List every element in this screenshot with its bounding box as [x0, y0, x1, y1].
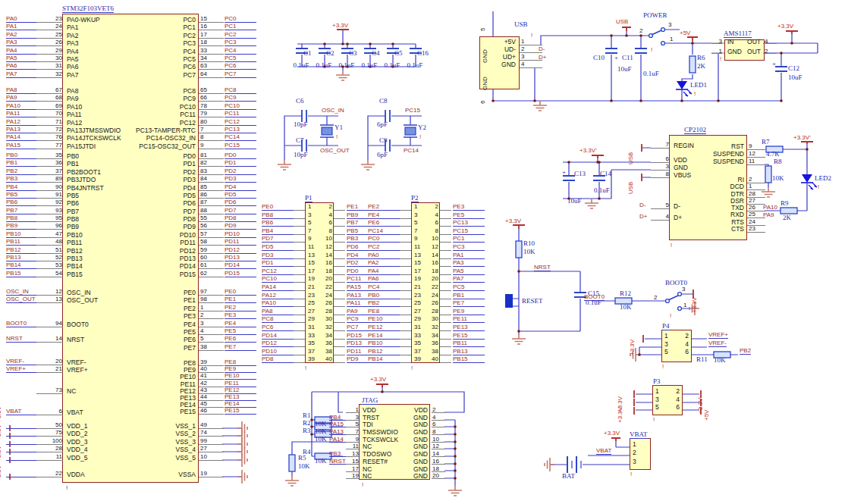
value-label: 2K [783, 214, 791, 221]
pin-number: 3 [651, 163, 669, 171]
pin-name: CTS [683, 225, 744, 233]
pin-number: 5 [414, 219, 425, 226]
pin-net: PD9 [225, 222, 256, 230]
pin-name: TDI [363, 421, 373, 427]
pin-number: 23 [308, 292, 319, 299]
pin-number: 37 [308, 348, 319, 355]
pin-net: PA14 [329, 436, 347, 443]
pin-row: PD51112PD6 [262, 243, 383, 252]
pin-net: PB11 [453, 340, 485, 347]
pin-row: PE434PE5 [368, 211, 489, 220]
pin-number: 5 [664, 348, 668, 355]
pin-number: 80 [199, 118, 224, 126]
pin-net: PD10 [262, 348, 294, 355]
ref-label: C3 [344, 49, 367, 57]
pin-row: +5V1 [481, 38, 549, 45]
pin-net: PC9 [225, 94, 256, 102]
pin-row: PE1344PE13 [76, 393, 265, 400]
ref-label: C9 [379, 137, 388, 144]
pin-name: TRST [363, 414, 379, 420]
pin-number: 49 [199, 421, 224, 429]
pin-net: PD8 [225, 214, 256, 222]
net-label-vrefp: VREF+ [708, 331, 728, 339]
pin-net: PB0 [368, 292, 400, 299]
pin-number: 40 [428, 355, 438, 362]
ref-label: C1 [299, 49, 322, 57]
pin-row: PB02324PB1 [368, 292, 489, 300]
pin-net: PB4 [6, 183, 38, 191]
ref-label: C11 [622, 55, 633, 61]
pin-net: PC5 [225, 55, 256, 62]
pin-number: 98 [199, 296, 224, 303]
pin-number: 18 [199, 39, 224, 46]
ic-pin-group: VSSA19 [76, 470, 265, 477]
pin-number: 3 [682, 286, 685, 293]
ref-label: C8 [379, 98, 388, 105]
battery-label: BAT [562, 473, 575, 480]
pin-row: PE54PE5 [76, 327, 265, 335]
compile-marker: ! [66, 484, 68, 491]
pin-number: 8 [428, 227, 438, 234]
pin-row: PB22526PE7 [368, 299, 489, 308]
net-label-usb: USB [616, 18, 628, 25]
pin-number: 11 [747, 158, 765, 165]
net-label-v33-rot: +3.3V [0, 424, 2, 440]
pin-name: IN [727, 38, 734, 45]
pin-row: PC121718PD0 [262, 268, 383, 276]
pin-number: 10 [199, 453, 224, 461]
pin-net: PB2 [368, 299, 400, 307]
pin-net: PA10 [262, 299, 294, 307]
pin-net: NRST [329, 458, 347, 465]
pin-number: 7 [308, 227, 319, 234]
pin-row: 56 [652, 403, 683, 412]
pin-number: 19 [199, 470, 224, 477]
pin-number: 34 [199, 55, 224, 62]
pin-name: VDD [397, 406, 428, 412]
pin-net: PA15 [329, 421, 347, 427]
vbat-title: VBAT [630, 431, 648, 439]
pin-row: PA149TCKSWCLKGND10 [328, 436, 487, 443]
pin-number: 2 [633, 449, 636, 456]
pin-row: PE198PE1 [76, 296, 265, 303]
pin-row: PC0910PC1 [368, 235, 489, 243]
pin-net [329, 406, 347, 412]
reset-button-icon[interactable] [505, 294, 513, 308]
pin-row: PB43TRSTGND4 [328, 414, 487, 421]
pin-net: PA12 [6, 118, 38, 126]
pin-number: 73 [36, 387, 63, 394]
value-label: 0.1uF [594, 187, 610, 194]
pin-number: 61 [199, 261, 224, 269]
value-label: 0.1uF [358, 61, 381, 69]
pin-net [6, 453, 38, 461]
pin-net: PA14 [6, 133, 38, 141]
pin-row: PD855PD8 [76, 214, 265, 222]
pin-number: 22 [36, 470, 63, 477]
pin-row: PC15-OSC32_OUT9PC15 [76, 142, 265, 149]
net-label-v33: +3.3V [505, 218, 521, 224]
pin-net [225, 470, 256, 477]
pin-number: 25 [308, 299, 319, 306]
pin-net: PA5 [6, 55, 38, 62]
pin-name: GND [397, 414, 428, 420]
pin-number: 2 [199, 311, 224, 319]
pin-net: PA7 [453, 275, 485, 283]
pin-number: 36 [322, 340, 332, 346]
pin-number: 67 [36, 86, 63, 94]
pin-name: UD+ [481, 53, 516, 61]
value-label: 10uF [788, 74, 802, 81]
pin-net [225, 429, 256, 436]
pin-number: 38 [199, 343, 224, 351]
pin-number: 24 [36, 23, 63, 30]
pin-net: PE8 [368, 308, 400, 315]
pin-number: 56 [199, 222, 224, 230]
pin-number: 2 [432, 406, 445, 413]
pin-row: PE212PE3 [368, 203, 489, 211]
pin-name: NC [363, 465, 372, 471]
pin-row: RTS24 [683, 218, 781, 225]
pin-number: 9 [346, 436, 359, 443]
pin-row: PE1243PE12 [76, 387, 265, 393]
pin-number: 28 [428, 308, 438, 315]
pin-number: 8 [322, 227, 332, 234]
pin-row: PD384PD3 [76, 175, 265, 183]
pin-row: 2 [630, 449, 651, 457]
